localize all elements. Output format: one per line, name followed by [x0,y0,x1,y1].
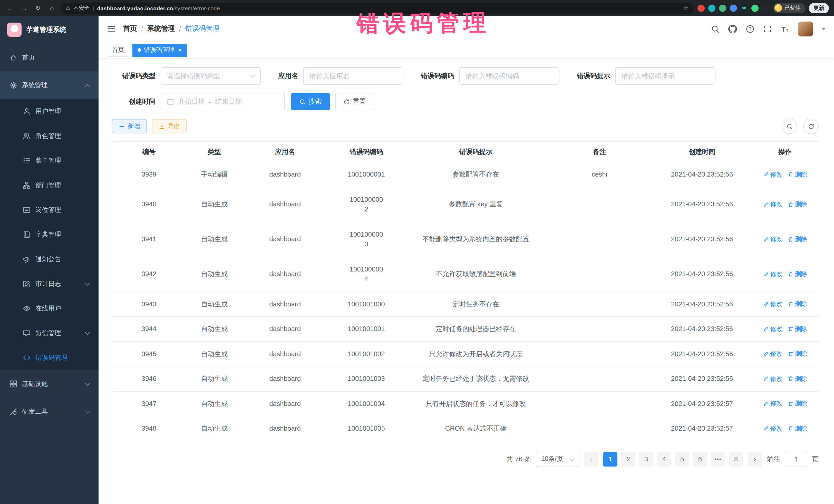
tab-home[interactable]: 首页 [107,43,129,57]
sidebar-item-notice-announcement[interactable]: 通知公告 [0,247,98,271]
pagination-page-1[interactable]: 1 [603,452,617,466]
error-type-select[interactable]: 请选择错误码类型 [161,67,261,85]
home-button[interactable]: ⌂ [47,3,57,13]
error-hint-input[interactable] [615,67,716,85]
pagination-next-button[interactable]: › [748,452,762,466]
tab-close-icon[interactable]: × [178,47,182,53]
forward-button[interactable]: → [19,3,29,13]
page-size-select[interactable]: 10条/页 [535,452,579,467]
font-size-icon[interactable]: TT [781,24,789,33]
edit-link[interactable]: 修改 [763,399,783,408]
extension-icon-1[interactable] [697,4,704,12]
search-icon[interactable] [711,24,720,33]
update-button[interactable]: 更新 [809,3,829,13]
profile-paused-chip[interactable]: 已暂停 [773,3,805,13]
tab-label: 首页 [112,46,124,54]
delete-link[interactable]: 删除 [788,349,807,358]
user-avatar[interactable] [798,21,813,36]
pagination-page-6[interactable]: 6 [693,452,707,466]
trash-icon [788,401,793,407]
search-button[interactable]: 搜索 [291,93,330,110]
sidebar-toggle-icon[interactable] [107,24,116,34]
sidebar-item-user-management[interactable]: 用户管理 [0,99,98,124]
delete-link[interactable]: 删除 [788,269,807,279]
edit-link[interactable]: 修改 [763,200,783,209]
reset-button[interactable]: 重置 [335,93,374,110]
refresh-table-button[interactable] [803,118,819,134]
add-button[interactable]: 新增 [112,119,147,133]
delete-link[interactable]: 删除 [788,200,807,209]
pagination-prev-button[interactable]: ‹ [584,452,598,466]
sidebar-item-dev-tools[interactable]: 研发工具 [0,398,98,425]
sidebar-item-dict-management[interactable]: 字典管理 [0,222,98,247]
breadcrumb-home[interactable]: 首页 [123,24,137,34]
sidebar-item-sms-management[interactable]: 短信管理 [0,321,98,345]
back-button[interactable]: ← [5,3,15,13]
error-code-label: 错误码编码 [421,71,454,81]
cell-hint: 参数配置 key 重复 [405,187,547,222]
cell-remark [547,366,653,391]
delete-link[interactable]: 删除 [788,399,807,408]
cell-hint: 参数配置不存在 [405,162,547,187]
sidebar-item-error-code-management[interactable]: 错误码管理 [0,345,98,370]
extension-icon-6[interactable] [751,4,758,12]
fullscreen-icon[interactable] [763,24,772,33]
end-date-placeholder: 结束日期 [215,97,242,106]
extension-icon-4[interactable] [729,4,737,12]
edit-link[interactable]: 修改 [763,269,783,279]
cell-hint: 只有开启状态的任务，才可以修改 [405,391,547,416]
app-name-input[interactable] [303,67,403,85]
pagination-page-5[interactable]: 5 [675,452,689,466]
pagination-goto-input[interactable] [785,452,807,467]
help-icon[interactable]: ? [746,24,754,33]
edit-link[interactable]: 修改 [763,374,783,384]
pagination-page-4[interactable]: 4 [657,452,671,466]
delete-link[interactable]: 删除 [788,170,807,179]
extension-icon-5[interactable] [740,4,748,12]
sidebar-item-menu-management[interactable]: 菜单管理 [0,148,98,173]
edit-link[interactable]: 修改 [763,300,783,309]
pagination-more[interactable]: ••• [711,452,725,466]
bookmark-star-icon[interactable]: ☆ [683,4,688,12]
delete-link[interactable]: 删除 [788,374,807,384]
sidebar-item-post-management[interactable]: 岗位管理 [0,198,98,222]
date-range-picker[interactable]: 开始日期 - 结束日期 [161,93,285,110]
delete-link[interactable]: 删除 [788,300,807,309]
sidebar-item-role-management[interactable]: 角色管理 [0,124,98,148]
tab-label: 错误码管理 [144,46,175,54]
sidebar-item-system-management[interactable]: 系统管理 [0,71,98,99]
breadcrumb-system[interactable]: 系统管理 [147,24,175,34]
pagination-page-8[interactable]: 8 [729,452,743,466]
sidebar-item-online-users[interactable]: 在线用户 [0,296,98,321]
export-button[interactable]: 导出 [152,119,187,133]
extension-icon-7[interactable] [762,4,769,12]
app-logo[interactable]: 芋道管理系统 [0,16,98,44]
edit-link[interactable]: 修改 [763,324,783,334]
error-code-input[interactable] [459,67,559,85]
delete-link[interactable]: 删除 [788,424,807,433]
edit-link[interactable]: 修改 [763,170,783,179]
address-bar[interactable]: ⚠ 不安全 | dashboard.yudao.iocoder.cn/syste… [61,2,694,14]
sidebar-item-home[interactable]: 首页 [0,44,98,71]
edit-link[interactable]: 修改 [763,235,783,244]
caret-down-icon[interactable] [822,27,826,30]
page-size-value: 10条/页 [541,455,563,463]
delete-link[interactable]: 删除 [788,324,807,334]
pagination-total: 共 76 条 [507,455,531,464]
sidebar-item-audit-log[interactable]: 审计日志 [0,271,98,296]
sidebar-item-dept-management[interactable]: 部门管理 [0,173,98,198]
pagination-page-3[interactable]: 3 [639,452,653,466]
cell-actions: 修改删除 [751,341,819,366]
github-icon[interactable] [728,24,737,33]
reload-button[interactable]: ↻ [33,3,43,13]
extension-icon-2[interactable] [708,4,715,12]
edit-link[interactable]: 修改 [763,424,783,433]
extension-icon-3[interactable] [719,4,726,12]
edit-link[interactable]: 修改 [763,349,783,358]
tab-error-code-management[interactable]: 错误码管理 × [132,43,187,57]
pagination-goto-suffix: 页 [812,455,819,464]
delete-link[interactable]: 删除 [788,235,807,244]
pagination-page-2[interactable]: 2 [621,452,635,466]
sidebar-item-infrastructure[interactable]: 基础设施 [0,370,98,398]
toggle-search-button[interactable] [782,118,797,134]
